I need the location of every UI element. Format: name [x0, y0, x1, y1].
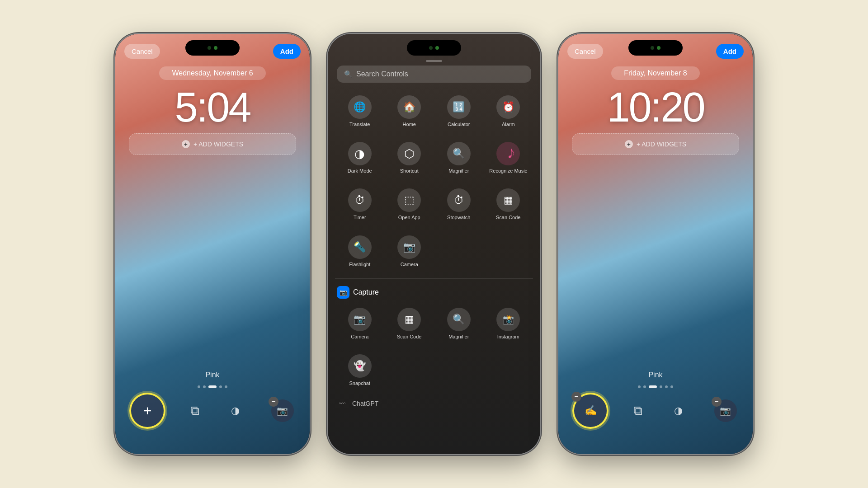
- cc-footer: 〰 ChatGPT: [328, 394, 540, 413]
- right-top-buttons: Cancel Add: [558, 44, 753, 59]
- translate-label: Translate: [349, 122, 370, 127]
- cc-capture-camera[interactable]: 📷 Camera: [335, 302, 385, 345]
- right-date: Friday, November 8: [611, 66, 699, 80]
- left-add-widgets-label: + ADD WIDGETS: [193, 141, 243, 148]
- capture-grid-row2: 👻 Snapchat: [328, 347, 540, 394]
- cc-item-alarm[interactable]: ⏰ Alarm: [484, 90, 533, 133]
- darkmode-label: Dark Mode: [348, 168, 372, 174]
- cc-item-darkmode[interactable]: ◑ Dark Mode: [335, 136, 385, 179]
- cc-capture-scan-code[interactable]: ▦ Scan Code: [385, 302, 434, 345]
- r-dot-2: [643, 385, 646, 388]
- open-app-label: Open App: [398, 215, 420, 221]
- stopwatch-label: Stopwatch: [447, 215, 470, 221]
- camera-label-cc: Camera: [401, 262, 418, 267]
- left-contrast-area: ◑: [226, 402, 245, 420]
- calculator-label: Calculator: [448, 122, 470, 127]
- signature-icon: ✍: [585, 405, 597, 417]
- scan-code-label: Scan Code: [496, 215, 520, 221]
- instagram-icon: 📸: [496, 308, 520, 331]
- plus-circle-icon: +: [182, 140, 190, 148]
- shortcut-label: Shortcut: [400, 168, 419, 174]
- timer-icon: ⏱: [348, 188, 372, 212]
- left-lockscreen: Cancel Add Wednesday, November 6 5:04 + …: [115, 34, 310, 454]
- di-dot-m-green: [435, 46, 439, 50]
- right-camera-minus-badge: −: [712, 397, 722, 407]
- capture-section-header: 📷 Capture: [328, 282, 540, 300]
- cc-item-home[interactable]: 🏠 Home: [385, 90, 434, 133]
- right-action-button-circle[interactable]: − ✍: [574, 394, 607, 427]
- capture-magnifier-icon: 🔍: [447, 308, 471, 331]
- right-add-widgets-bar[interactable]: + + ADD WIDGETS: [572, 133, 739, 155]
- stopwatch-icon: ⏱: [447, 188, 471, 212]
- cc-item-calculator[interactable]: 🔢 Calculator: [434, 90, 484, 133]
- left-add-button-circle[interactable]: +: [131, 394, 164, 427]
- middle-phone: 🔍 Search Controls 🌐 Translate 🏠 Home 🔢 C…: [328, 34, 540, 454]
- cc-capture-instagram[interactable]: 📸 Instagram: [484, 302, 533, 345]
- cc-item-translate[interactable]: 🌐 Translate: [335, 90, 385, 133]
- right-bottom-area: Pink − ✍ ⧉: [558, 371, 753, 427]
- dot-2: [203, 385, 206, 388]
- shortcut-icon: ⬡: [397, 142, 421, 165]
- cc-capture-magnifier[interactable]: 🔍 Magnifier: [434, 302, 484, 345]
- home-icon: 🏠: [397, 95, 421, 119]
- cc-item-open-app[interactable]: ⬚ Open App: [385, 183, 434, 226]
- translate-icon: 🌐: [348, 95, 372, 119]
- left-add-button[interactable]: Add: [273, 44, 301, 59]
- cc-item-timer[interactable]: ⏱ Timer: [335, 183, 385, 226]
- right-dot-row: [638, 385, 673, 388]
- right-lockscreen: Cancel Add Friday, November 8 10:20 + + …: [558, 34, 753, 454]
- cc-item-magnifier[interactable]: 🔍 Magnifier: [434, 136, 484, 179]
- cc-item-camera[interactable]: 📷 Camera: [385, 230, 434, 273]
- alarm-icon: ⏰: [496, 95, 520, 119]
- cc-item-shortcut[interactable]: ⬡ Shortcut: [385, 136, 434, 179]
- search-icon: 🔍: [344, 70, 353, 78]
- left-bottom-area: Pink + ⧉ ◑: [115, 371, 310, 427]
- scan-code-icon: ▦: [496, 188, 520, 212]
- flashlight-label: Flashlight: [349, 262, 370, 267]
- di-dot-m1: [429, 46, 433, 50]
- right-contrast-area: ◑: [670, 402, 688, 420]
- middle-dynamic-island: [407, 40, 461, 56]
- dot-3-active: [208, 385, 217, 388]
- recognize-music-label: Recognize Music: [489, 168, 527, 174]
- snapchat-icon: 👻: [348, 354, 372, 378]
- left-add-widgets-bar[interactable]: + + ADD WIDGETS: [129, 133, 296, 155]
- left-cancel-button[interactable]: Cancel: [124, 44, 160, 59]
- cc-item-scan-code[interactable]: ▦ Scan Code: [484, 183, 533, 226]
- right-cancel-button[interactable]: Cancel: [567, 44, 603, 59]
- cc-item-flashlight[interactable]: 🔦 Flashlight: [335, 230, 385, 273]
- cc-snapchat[interactable]: 👻 Snapchat: [335, 349, 385, 392]
- minus-badge-icon: −: [269, 397, 278, 407]
- contrast-icon[interactable]: ◑: [226, 402, 245, 420]
- left-camera-button[interactable]: − 📷: [271, 399, 294, 422]
- right-add-button[interactable]: Add: [716, 44, 744, 59]
- right-stack-area: ⧉: [633, 404, 642, 418]
- dot-5: [225, 385, 227, 388]
- darkmode-icon: ◑: [348, 142, 372, 165]
- capture-grid: 📷 Camera ▦ Scan Code 🔍 Magnifier 📸 Insta…: [328, 300, 540, 347]
- right-contrast-icon[interactable]: ◑: [670, 402, 688, 420]
- right-phone-screen: Cancel Add Friday, November 8 10:20 + + …: [558, 34, 753, 454]
- cc-divider: [335, 278, 533, 279]
- cc-grid-row1: 🌐 Translate 🏠 Home 🔢 Calculator ⏰ Alarm: [328, 88, 540, 135]
- instagram-label: Instagram: [497, 334, 519, 340]
- left-dot-row: [198, 385, 227, 388]
- search-placeholder: Search Controls: [356, 70, 408, 78]
- search-controls-bar[interactable]: 🔍 Search Controls: [337, 66, 531, 83]
- capture-label: Capture: [353, 288, 379, 296]
- plus-circle-icon-right: +: [625, 140, 633, 148]
- wifi-icon: 〰: [337, 398, 348, 409]
- camera-icon-left: 📷: [277, 405, 288, 416]
- cc-item-stopwatch[interactable]: ⏱ Stopwatch: [434, 183, 484, 226]
- magnifier-label: Magnifier: [448, 168, 469, 174]
- capture-scan-label: Scan Code: [397, 334, 421, 340]
- left-top-buttons: Cancel Add: [115, 44, 310, 59]
- right-camera-button[interactable]: − 📷: [714, 399, 737, 422]
- right-add-widgets-label: + ADD WIDGETS: [637, 141, 686, 148]
- right-minus-badge: −: [571, 392, 581, 402]
- calculator-icon: 🔢: [447, 95, 471, 119]
- cc-item-recognize-music[interactable]: 𝅘𝅥𝅮 Recognize Music: [484, 136, 533, 179]
- control-center-screen: 🔍 Search Controls 🌐 Translate 🏠 Home 🔢 C…: [328, 34, 540, 454]
- r-dot-1: [638, 385, 641, 388]
- magnifier-icon: 🔍: [447, 142, 471, 165]
